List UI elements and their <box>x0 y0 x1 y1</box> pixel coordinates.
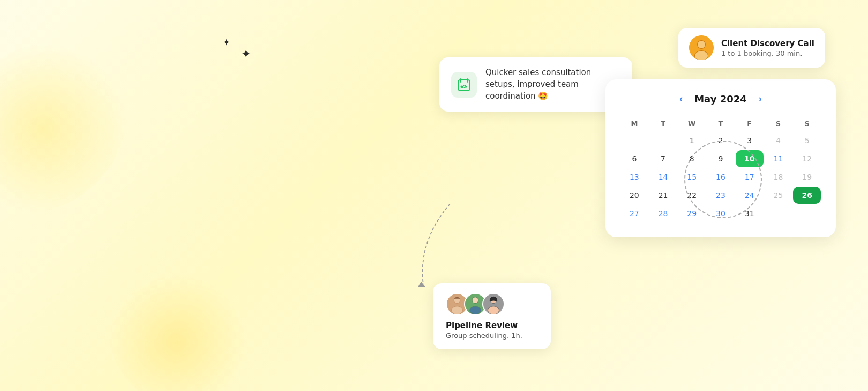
notification-icon <box>451 72 477 98</box>
calendar-day <box>649 132 677 149</box>
dashed-arrow-path <box>407 198 472 295</box>
pipeline-title: Pipeline Review <box>446 321 538 330</box>
calendar-day: 7 <box>649 150 677 167</box>
calendar-day[interactable]: 17 <box>736 168 764 186</box>
svg-point-4 <box>461 85 463 88</box>
calendar-header: ‹ May 2024 › <box>620 92 821 106</box>
svg-point-21 <box>470 306 481 314</box>
calendar-day-header: S <box>765 116 792 131</box>
notification-card: Quicker sales consultation setups, impro… <box>439 57 632 112</box>
calendar-day: 22 <box>678 187 706 204</box>
sparkle-icon-2: ✦ <box>241 47 251 61</box>
pipeline-subtitle: Group scheduling, 1h. <box>446 331 538 340</box>
calendar-day-header: S <box>793 116 821 131</box>
calendar-day[interactable]: 16 <box>707 168 735 186</box>
calendar-day[interactable]: 28 <box>649 205 677 222</box>
svg-point-5 <box>466 86 467 87</box>
calendar-day[interactable]: 24 <box>736 187 764 204</box>
background-blob-bottom <box>107 273 246 391</box>
pipeline-avatars <box>446 293 538 315</box>
notification-text: Quicker sales consultation setups, impro… <box>485 67 620 102</box>
calendar-day-header: F <box>736 116 764 131</box>
calendar-day: 3 <box>736 132 764 149</box>
discovery-avatar <box>689 35 714 60</box>
calendar-day-header: T <box>649 116 677 131</box>
calendar-grid: MTWTFSS123456789101112131415161718192021… <box>620 116 821 222</box>
svg-marker-11 <box>418 282 425 287</box>
calendar-day[interactable]: 13 <box>620 168 648 186</box>
calendar-day: 20 <box>620 187 648 204</box>
calendar-day-header: M <box>620 116 648 131</box>
pipeline-avatar-3 <box>482 293 505 315</box>
sparkle-icon-1: ✦ <box>222 36 230 48</box>
svg-point-16 <box>452 306 462 314</box>
calendar-day: 31 <box>736 205 764 222</box>
calendar-day <box>620 132 648 149</box>
svg-point-20 <box>473 297 478 303</box>
discovery-title: Client Discovery Call <box>721 39 814 48</box>
calendar-prev-button[interactable]: ‹ <box>676 92 686 106</box>
pipeline-card: Pipeline Review Group scheduling, 1h. <box>433 283 551 349</box>
calendar-day[interactable]: 29 <box>678 205 706 222</box>
calendar-day[interactable]: 15 <box>678 168 706 186</box>
calendar-day: 18 <box>765 168 792 186</box>
calendar-day[interactable]: 27 <box>620 205 648 222</box>
discovery-info: Client Discovery Call 1 to 1 booking, 30… <box>721 39 814 57</box>
calendar-day: 5 <box>793 132 821 149</box>
calendar-day: 2 <box>707 132 735 149</box>
calendar-day[interactable]: 23 <box>707 187 735 204</box>
discovery-subtitle: 1 to 1 booking, 30 min. <box>721 49 814 57</box>
calendar-day-header: W <box>678 116 706 131</box>
calendar-day: 1 <box>678 132 706 149</box>
calendar-next-button[interactable]: › <box>755 92 765 106</box>
calendar-day-header: T <box>707 116 735 131</box>
calendar-day[interactable]: 10 <box>736 150 764 167</box>
calendar-month-label: May 2024 <box>694 93 747 105</box>
calendar-card: ‹ May 2024 › MTWTFSS12345678910111213141… <box>605 79 836 237</box>
svg-point-9 <box>698 41 705 48</box>
calendar-day[interactable]: 26 <box>793 187 821 204</box>
calendar-day: 19 <box>793 168 821 186</box>
calendar-day: 4 <box>765 132 792 149</box>
calendar-day <box>793 205 821 222</box>
calendar-day: 6 <box>620 150 648 167</box>
calendar-day: 9 <box>707 150 735 167</box>
calendar-day <box>765 205 792 222</box>
calendar-day: 12 <box>793 150 821 167</box>
calendar-day[interactable]: 30 <box>707 205 735 222</box>
calendar-day[interactable]: 14 <box>649 168 677 186</box>
calendar-day: 8 <box>678 150 706 167</box>
discovery-card: Client Discovery Call 1 to 1 booking, 30… <box>678 28 825 68</box>
calendar-day: 21 <box>649 187 677 204</box>
calendar-day: 25 <box>765 187 792 204</box>
svg-point-26 <box>488 306 499 314</box>
background-blob-left <box>0 43 129 215</box>
calendar-day[interactable]: 11 <box>765 150 792 167</box>
